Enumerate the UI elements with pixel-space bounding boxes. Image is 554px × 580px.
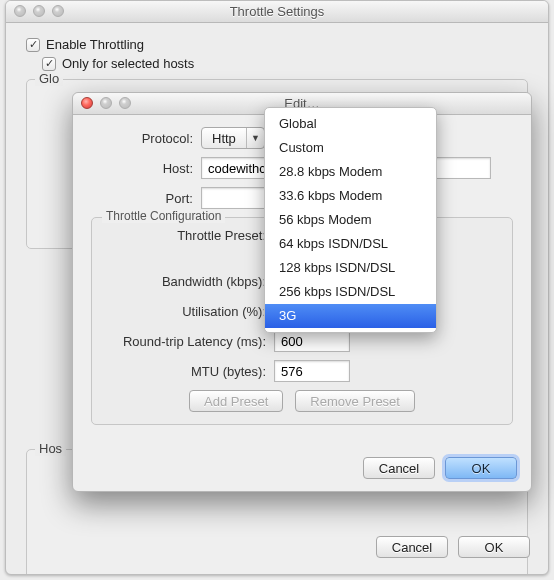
ok-button-label: OK [485, 540, 504, 555]
protocol-value: Http [202, 131, 246, 146]
preset-option[interactable]: Custom [265, 136, 436, 160]
cancel-button-label: Cancel [392, 540, 432, 555]
close-icon[interactable] [81, 97, 93, 109]
only-selected-hosts-checkbox[interactable]: ✓ [42, 57, 56, 71]
sheet-ok-button[interactable]: OK [445, 457, 517, 479]
enable-throttling-checkbox[interactable]: ✓ [26, 38, 40, 52]
throttle-preset-dropdown[interactable]: GlobalCustom28.8 kbps Modem33.6 kbps Mod… [264, 107, 437, 333]
mtu-label: MTU (bytes): [104, 364, 274, 379]
cancel-button[interactable]: Cancel [376, 536, 448, 558]
sheet-cancel-button[interactable]: Cancel [363, 457, 435, 479]
throttle-config-label: Throttle Configuration [102, 209, 225, 223]
sheet-traffic-lights [81, 97, 131, 109]
only-selected-hosts-label: Only for selected hosts [62, 56, 194, 71]
preset-option[interactable]: 56 kbps Modem [265, 208, 436, 232]
preset-option[interactable]: 256 kbps ISDN/DSL [265, 280, 436, 304]
mtu-input[interactable] [274, 360, 350, 382]
bandwidth-label: Bandwidth (kbps): [104, 274, 274, 289]
sheet-cancel-label: Cancel [379, 461, 419, 476]
window-title: Throttle Settings [230, 4, 325, 19]
zoom-icon[interactable] [52, 5, 64, 17]
add-preset-button[interactable]: Add Preset [189, 390, 283, 412]
titlebar: Throttle Settings [6, 1, 548, 23]
utilisation-label: Utilisation (%): [104, 304, 274, 319]
minimize-icon [100, 97, 112, 109]
preset-option[interactable]: 28.8 kbps Modem [265, 160, 436, 184]
port-label: Port: [91, 191, 201, 206]
preset-option[interactable]: 64 kbps ISDN/DSL [265, 232, 436, 256]
latency-label: Round-trip Latency (ms): [104, 334, 274, 349]
preset-option[interactable]: 128 kbps ISDN/DSL [265, 256, 436, 280]
add-preset-label: Add Preset [204, 394, 268, 409]
preset-option[interactable]: 33.6 kbps Modem [265, 184, 436, 208]
remove-preset-button[interactable]: Remove Preset [295, 390, 415, 412]
minimize-icon[interactable] [33, 5, 45, 17]
zoom-icon [119, 97, 131, 109]
latency-input[interactable] [274, 330, 350, 352]
host-label: Host: [91, 161, 201, 176]
chevron-down-icon: ▼ [246, 128, 264, 148]
close-icon[interactable] [14, 5, 26, 17]
traffic-lights [14, 5, 64, 17]
preset-option[interactable]: 3G [265, 304, 436, 328]
ok-button[interactable]: OK [458, 536, 530, 558]
protocol-label: Protocol: [91, 131, 201, 146]
enable-throttling-label: Enable Throttling [46, 37, 144, 52]
global-groupbox-label: Glo [35, 71, 63, 86]
hosts-groupbox-label: Hos [35, 441, 66, 456]
preset-option[interactable]: Global [265, 112, 436, 136]
remove-preset-label: Remove Preset [310, 394, 400, 409]
protocol-select[interactable]: Http ▼ [201, 127, 265, 149]
sheet-ok-label: OK [472, 461, 491, 476]
preset-label: Throttle Preset: [104, 228, 274, 243]
